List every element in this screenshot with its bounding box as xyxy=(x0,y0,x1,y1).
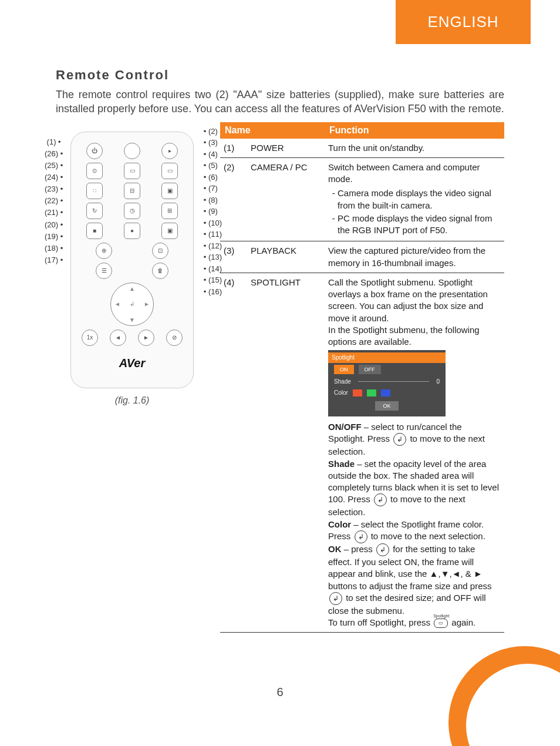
spotlight-submenu-screenshot: Spotlight ONOFF Shade0 Color OK xyxy=(328,350,446,416)
table-row: (2)CAMERA / PCSwitch between Camera and … xyxy=(220,157,504,241)
rotate-icon: ↻ xyxy=(86,203,103,219)
timer-icon: ◷ xyxy=(124,203,140,219)
prev-icon: ◄ xyxy=(110,330,126,346)
language-tab: ENGLISH xyxy=(396,0,531,44)
pip-icon: ▣ xyxy=(161,183,178,199)
mode-icon: ∷ xyxy=(86,183,103,199)
row-function: Switch between Camera and computer mode.… xyxy=(325,157,504,241)
enter-icon: ↲ xyxy=(329,592,342,605)
power-icon: ⏻ xyxy=(86,143,103,159)
two-column-layout: (1) •(26) •(25) •(24) •(23) •(22) •(21) … xyxy=(56,122,504,633)
col-header-function: Function xyxy=(325,122,504,139)
playback-icon: ▸ xyxy=(161,143,178,159)
callouts-right: • (2)• (3)• (4)• (5)• (6)• (7)• (8)• (9)… xyxy=(204,126,222,298)
freeze-icon: ■ xyxy=(86,223,103,239)
enter-icon: ↲ xyxy=(393,433,406,446)
row-name: PLAYBACK xyxy=(247,241,325,273)
intro-paragraph: The remote control requires two (2) "AAA… xyxy=(56,88,504,116)
autoimage-icon: ⊡ xyxy=(152,243,168,259)
content-area: Remote Control The remote control requir… xyxy=(56,68,504,633)
row-number: (1) xyxy=(220,139,247,158)
function-table-column: Name Function (1)POWERTurn the unit on/s… xyxy=(220,122,504,633)
enter-icon: ↲ xyxy=(374,493,387,506)
remote-figure-column: (1) •(26) •(25) •(24) •(23) •(22) •(21) … xyxy=(56,122,208,406)
row-name: CAMERA / PC xyxy=(247,157,325,241)
next-icon: ► xyxy=(138,330,154,346)
callouts-left: (1) •(26) •(25) •(24) •(23) •(22) •(21) … xyxy=(45,136,63,267)
visor-icon: ▭ xyxy=(161,163,178,179)
table-row: (3)PLAYBACKView the captured picture/vid… xyxy=(220,241,504,273)
table-row: (4)SPOTLIGHTCall the Spotlight submenu. … xyxy=(220,273,504,632)
split-icon: ⊟ xyxy=(124,183,140,199)
row-number: (3) xyxy=(220,241,247,273)
brand-logo: AVer xyxy=(76,357,188,370)
lamp-icon: ⊙ xyxy=(86,163,103,179)
page: ENGLISH Remote Control The remote contro… xyxy=(0,0,560,746)
table-row: (1)POWERTurn the unit on/standby. xyxy=(220,139,504,158)
dpad: ◄↲► xyxy=(110,283,154,326)
del-icon: 🗑 xyxy=(152,263,168,279)
row-number: (2) xyxy=(220,157,247,241)
enter-icon: ↲ xyxy=(376,543,389,556)
section-heading: Remote Control xyxy=(56,68,504,83)
row-number: (4) xyxy=(220,273,247,632)
zoom-reset-icon: 1x xyxy=(82,330,98,346)
row-function: View the captured picture/video from the… xyxy=(325,241,504,273)
spotlight-button-icon: ▭ xyxy=(434,619,448,628)
col-header-name: Name xyxy=(220,122,325,139)
figure-caption: (fig. 1.6) xyxy=(56,395,208,406)
remote-diagram: ⏻▸ ⊙▭▭ ∷⊟▣ ↻◷⊞ ■●▣ ⊕⊡ ☰🗑 ◄↲► 1x◄►⊘ AVer xyxy=(70,132,194,388)
function-table: Name Function (1)POWERTurn the unit on/s… xyxy=(220,122,504,633)
record-icon: ● xyxy=(124,223,140,239)
autofocus-icon: ⊕ xyxy=(96,243,112,259)
spotlight-icon: ▭ xyxy=(124,163,140,179)
row-name: SPOTLIGHT xyxy=(247,273,325,632)
row-function: Call the Spotlight submenu. Spotlight ov… xyxy=(325,273,504,632)
row-function: Turn the unit on/standby. xyxy=(325,139,504,158)
menu-icon: ☰ xyxy=(96,263,112,279)
capture-icon: ▣ xyxy=(161,223,178,239)
default-icon: ⊘ xyxy=(166,330,183,346)
slideshow-icon: ⊞ xyxy=(161,203,178,219)
corner-decoration xyxy=(425,629,560,746)
enter-icon: ↲ xyxy=(355,530,367,543)
camera-pc-icon xyxy=(124,143,140,159)
row-name: POWER xyxy=(247,139,325,158)
